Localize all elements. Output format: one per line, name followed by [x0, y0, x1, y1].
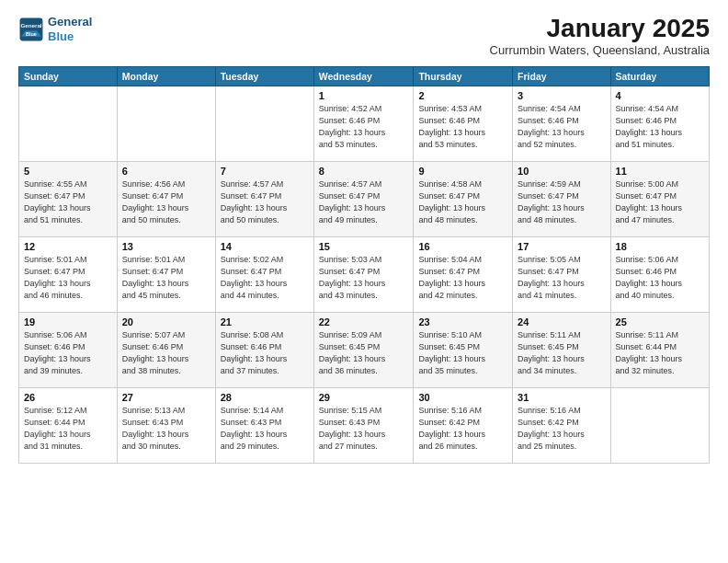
calendar-cell: 7Sunrise: 4:57 AMSunset: 6:47 PMDaylight…	[215, 161, 313, 236]
calendar-week-row: 26Sunrise: 5:12 AMSunset: 6:44 PMDayligh…	[19, 387, 710, 463]
day-info: Sunrise: 4:58 AMSunset: 6:47 PMDaylight:…	[418, 178, 507, 226]
day-number: 5	[24, 166, 112, 177]
calendar-cell: 9Sunrise: 4:58 AMSunset: 6:47 PMDaylight…	[414, 161, 513, 236]
day-info: Sunrise: 4:59 AMSunset: 6:47 PMDaylight:…	[518, 178, 605, 226]
calendar-cell: 22Sunrise: 5:09 AMSunset: 6:45 PMDayligh…	[313, 312, 414, 387]
day-info: Sunrise: 5:04 AMSunset: 6:47 PMDaylight:…	[418, 254, 507, 302]
weekday-header: Sunday	[19, 66, 118, 86]
calendar-week-row: 19Sunrise: 5:06 AMSunset: 6:46 PMDayligh…	[19, 312, 710, 387]
day-info: Sunrise: 5:11 AMSunset: 6:44 PMDaylight:…	[616, 329, 704, 377]
calendar-cell: 17Sunrise: 5:05 AMSunset: 6:47 PMDayligh…	[513, 236, 610, 312]
day-number: 20	[122, 316, 210, 327]
calendar-week-row: 5Sunrise: 4:55 AMSunset: 6:47 PMDaylight…	[19, 161, 710, 236]
day-number: 30	[418, 392, 507, 403]
weekday-header: Thursday	[414, 66, 513, 86]
day-number: 17	[518, 241, 605, 252]
calendar-cell: 21Sunrise: 5:08 AMSunset: 6:46 PMDayligh…	[215, 312, 313, 387]
day-info: Sunrise: 4:56 AMSunset: 6:47 PMDaylight:…	[122, 178, 210, 226]
calendar-cell: 3Sunrise: 4:54 AMSunset: 6:46 PMDaylight…	[513, 86, 610, 161]
weekday-header: Monday	[117, 66, 215, 86]
calendar-cell: 6Sunrise: 4:56 AMSunset: 6:47 PMDaylight…	[117, 161, 215, 236]
day-info: Sunrise: 5:12 AMSunset: 6:44 PMDaylight:…	[24, 405, 112, 453]
calendar-cell: 20Sunrise: 5:07 AMSunset: 6:46 PMDayligh…	[117, 312, 215, 387]
svg-text:Blue: Blue	[26, 31, 37, 37]
logo-icon: General Blue	[18, 17, 44, 42]
day-info: Sunrise: 5:15 AMSunset: 6:43 PMDaylight:…	[319, 405, 409, 453]
calendar-body: 1Sunrise: 4:52 AMSunset: 6:46 PMDaylight…	[19, 86, 710, 463]
weekday-header: Tuesday	[215, 66, 313, 86]
calendar-cell: 26Sunrise: 5:12 AMSunset: 6:44 PMDayligh…	[19, 387, 118, 463]
day-number: 3	[518, 90, 605, 101]
calendar-cell: 29Sunrise: 5:15 AMSunset: 6:43 PMDayligh…	[313, 387, 414, 463]
calendar-cell: 16Sunrise: 5:04 AMSunset: 6:47 PMDayligh…	[414, 236, 513, 312]
day-info: Sunrise: 5:05 AMSunset: 6:47 PMDaylight:…	[518, 254, 605, 302]
calendar-cell: 2Sunrise: 4:53 AMSunset: 6:46 PMDaylight…	[414, 86, 513, 161]
calendar-cell: 5Sunrise: 4:55 AMSunset: 6:47 PMDaylight…	[19, 161, 118, 236]
day-number: 21	[221, 316, 309, 327]
weekday-header: Saturday	[610, 66, 709, 86]
calendar-cell: 13Sunrise: 5:01 AMSunset: 6:47 PMDayligh…	[117, 236, 215, 312]
calendar-cell: 12Sunrise: 5:01 AMSunset: 6:47 PMDayligh…	[19, 236, 118, 312]
day-info: Sunrise: 5:10 AMSunset: 6:45 PMDaylight:…	[418, 329, 507, 377]
day-number: 11	[616, 166, 704, 177]
day-number: 25	[616, 316, 704, 327]
day-info: Sunrise: 5:13 AMSunset: 6:43 PMDaylight:…	[122, 405, 210, 453]
calendar-cell: 30Sunrise: 5:16 AMSunset: 6:42 PMDayligh…	[414, 387, 513, 463]
day-number: 24	[518, 316, 605, 327]
day-info: Sunrise: 5:06 AMSunset: 6:46 PMDaylight:…	[616, 254, 704, 302]
calendar-cell: 1Sunrise: 4:52 AMSunset: 6:46 PMDaylight…	[313, 86, 414, 161]
day-info: Sunrise: 4:55 AMSunset: 6:47 PMDaylight:…	[24, 178, 112, 226]
day-number: 7	[221, 166, 309, 177]
calendar-page: General Blue General Blue January 2025 C…	[0, 0, 728, 563]
calendar-cell: 27Sunrise: 5:13 AMSunset: 6:43 PMDayligh…	[117, 387, 215, 463]
day-number: 16	[418, 241, 507, 252]
day-info: Sunrise: 4:54 AMSunset: 6:46 PMDaylight:…	[518, 103, 605, 151]
calendar-cell	[19, 86, 118, 161]
day-number: 23	[418, 316, 507, 327]
svg-text:General: General	[20, 22, 41, 29]
day-info: Sunrise: 5:08 AMSunset: 6:46 PMDaylight:…	[221, 329, 309, 377]
calendar-cell: 4Sunrise: 4:54 AMSunset: 6:46 PMDaylight…	[610, 86, 709, 161]
calendar-week-row: 1Sunrise: 4:52 AMSunset: 6:46 PMDaylight…	[19, 86, 710, 161]
month-title: January 2025	[490, 15, 710, 43]
day-number: 2	[418, 90, 507, 101]
day-number: 28	[221, 392, 309, 403]
day-number: 6	[122, 166, 210, 177]
calendar-cell: 15Sunrise: 5:03 AMSunset: 6:47 PMDayligh…	[313, 236, 414, 312]
day-number: 19	[24, 316, 112, 327]
calendar-cell: 31Sunrise: 5:16 AMSunset: 6:42 PMDayligh…	[513, 387, 610, 463]
header: General Blue General Blue January 2025 C…	[18, 15, 710, 57]
day-number: 12	[24, 241, 112, 252]
calendar-cell: 11Sunrise: 5:00 AMSunset: 6:47 PMDayligh…	[610, 161, 709, 236]
calendar-cell: 25Sunrise: 5:11 AMSunset: 6:44 PMDayligh…	[610, 312, 709, 387]
calendar-cell: 19Sunrise: 5:06 AMSunset: 6:46 PMDayligh…	[19, 312, 118, 387]
calendar-cell: 24Sunrise: 5:11 AMSunset: 6:45 PMDayligh…	[513, 312, 610, 387]
day-number: 9	[418, 166, 507, 177]
weekday-header: Friday	[513, 66, 610, 86]
day-info: Sunrise: 5:16 AMSunset: 6:42 PMDaylight:…	[418, 405, 507, 453]
title-block: January 2025 Currumbin Waters, Queenslan…	[490, 15, 710, 57]
calendar-week-row: 12Sunrise: 5:01 AMSunset: 6:47 PMDayligh…	[19, 236, 710, 312]
day-info: Sunrise: 4:52 AMSunset: 6:46 PMDaylight:…	[319, 103, 409, 151]
day-number: 29	[319, 392, 409, 403]
day-info: Sunrise: 4:57 AMSunset: 6:47 PMDaylight:…	[221, 178, 309, 226]
day-number: 8	[319, 166, 409, 177]
calendar-cell: 23Sunrise: 5:10 AMSunset: 6:45 PMDayligh…	[414, 312, 513, 387]
day-number: 1	[319, 90, 409, 101]
location-title: Currumbin Waters, Queensland, Australia	[490, 43, 710, 57]
day-number: 15	[319, 241, 409, 252]
calendar-cell	[215, 86, 313, 161]
day-info: Sunrise: 5:09 AMSunset: 6:45 PMDaylight:…	[319, 329, 409, 377]
weekday-row: SundayMondayTuesdayWednesdayThursdayFrid…	[19, 66, 710, 86]
logo: General Blue General Blue	[18, 15, 92, 43]
day-number: 27	[122, 392, 210, 403]
calendar-cell: 14Sunrise: 5:02 AMSunset: 6:47 PMDayligh…	[215, 236, 313, 312]
calendar-cell: 18Sunrise: 5:06 AMSunset: 6:46 PMDayligh…	[610, 236, 709, 312]
svg-rect-0	[20, 17, 43, 40]
day-info: Sunrise: 4:54 AMSunset: 6:46 PMDaylight:…	[616, 103, 704, 151]
day-number: 22	[319, 316, 409, 327]
day-info: Sunrise: 4:57 AMSunset: 6:47 PMDaylight:…	[319, 178, 409, 226]
day-info: Sunrise: 5:14 AMSunset: 6:43 PMDaylight:…	[221, 405, 309, 453]
day-number: 26	[24, 392, 112, 403]
calendar-cell: 8Sunrise: 4:57 AMSunset: 6:47 PMDaylight…	[313, 161, 414, 236]
